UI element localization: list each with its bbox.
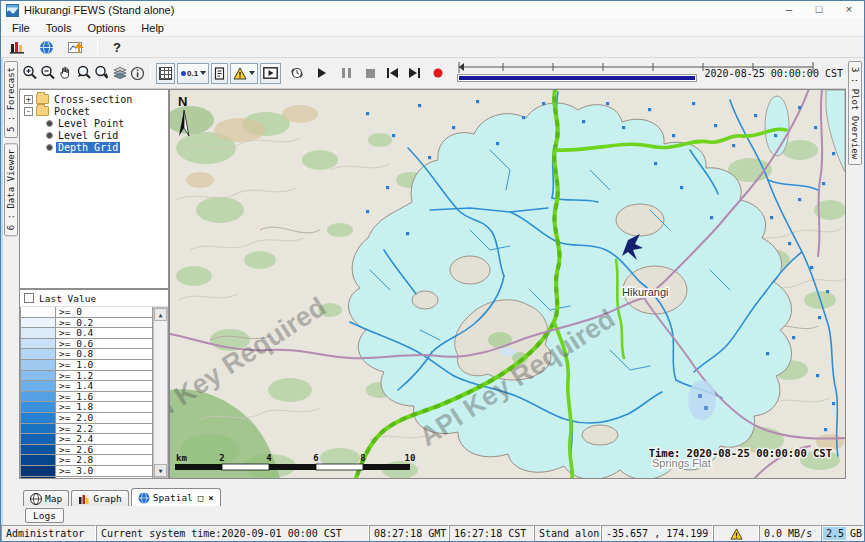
status-gmt-time: 08:27:18 GMT bbox=[369, 525, 449, 542]
left-dock-strip: 5 : Forecast 6 : Data Viewer bbox=[1, 58, 19, 525]
last-value-checkbox[interactable] bbox=[24, 293, 34, 303]
map-view[interactable]: API Key Required API Key Required N km 2… bbox=[169, 89, 846, 479]
skip-to-start-button[interactable] bbox=[385, 63, 399, 84]
tree-item-depth-grid[interactable]: Depth Grid bbox=[20, 141, 168, 153]
tab-close-icon[interactable]: × bbox=[208, 493, 213, 503]
svg-text:2: 2 bbox=[219, 453, 224, 463]
toolbar-separator bbox=[150, 65, 151, 81]
layers-icon[interactable] bbox=[112, 63, 128, 84]
status-coordinates: -35.657 , 174.199 bbox=[601, 525, 713, 542]
timeseries-display-icon[interactable] bbox=[65, 37, 86, 58]
classbreaks-dropdown[interactable]: 0.1 bbox=[177, 63, 209, 84]
status-local-time: 16:27:18 CST bbox=[449, 525, 534, 542]
menu-options[interactable]: Options bbox=[79, 21, 133, 35]
left-panel: + Cross-section - Pocket Level Point Lev… bbox=[19, 89, 169, 479]
legend-row[interactable]: >= 3.2 bbox=[20, 477, 153, 479]
play-button[interactable] bbox=[315, 63, 329, 84]
folder-icon bbox=[36, 106, 49, 116]
legend-body: >= 0 >= 0.2 >= 0.4 >= 0.6 >= 0.8 >= 1.0 … bbox=[20, 307, 168, 478]
main-toolbar: ? bbox=[1, 36, 864, 58]
bar-chart-icon bbox=[78, 493, 90, 505]
skip-to-end-button[interactable] bbox=[407, 63, 421, 84]
grid-display-button[interactable] bbox=[156, 63, 175, 84]
layers-tree: + Cross-section - Pocket Level Point Lev… bbox=[19, 89, 169, 289]
scroll-down-icon[interactable]: ▼ bbox=[154, 464, 167, 477]
menu-bar: File Tools Options Help bbox=[1, 19, 864, 36]
labels-button[interactable] bbox=[211, 63, 228, 84]
pause-button[interactable] bbox=[339, 63, 353, 84]
animate-window-button[interactable] bbox=[260, 63, 281, 84]
stop-button[interactable] bbox=[363, 63, 377, 84]
tab-plot-overview[interactable]: 3 : Plot Overview bbox=[848, 61, 862, 165]
application-window: { "window": { "title": "Hikurangi FEWS (… bbox=[0, 0, 865, 542]
close-button[interactable]: × bbox=[834, 1, 864, 19]
zoom-previous-icon[interactable] bbox=[76, 63, 92, 84]
tab-spatial[interactable]: Spatial □ × bbox=[131, 488, 221, 506]
status-transfer-rate: 0.0 MB/s bbox=[759, 525, 821, 542]
window-title: Hikurangi FEWS (Stand alone) bbox=[24, 4, 174, 16]
status-bar: Administrator Current system time:2020-0… bbox=[1, 525, 864, 542]
map-time-label: Time: 2020-08-25 00:00:00 CST bbox=[649, 447, 832, 459]
tab-map[interactable]: Map bbox=[23, 490, 69, 506]
svg-text:6: 6 bbox=[313, 453, 318, 463]
right-dock-strip: 3 : Plot Overview bbox=[846, 58, 865, 525]
node-bullet-icon bbox=[46, 120, 53, 127]
folder-icon bbox=[36, 94, 49, 104]
zoom-in-icon[interactable] bbox=[22, 63, 38, 84]
thresholds-dropdown[interactable] bbox=[230, 63, 258, 84]
status-system-time: Current system time:2020-09-01 00:00 CST bbox=[96, 525, 369, 542]
status-mode: Stand alone bbox=[534, 525, 601, 542]
map-canvas: API Key Required API Key Required N km 2… bbox=[170, 90, 845, 478]
logs-tab[interactable]: Logs bbox=[25, 508, 64, 523]
legend-panel: Last Value >= 0 >= 0.2 >= 0.4 >= 0.6 >= … bbox=[19, 289, 169, 479]
legend-rows: >= 0 >= 0.2 >= 0.4 >= 0.6 >= 0.8 >= 1.0 … bbox=[20, 307, 153, 478]
node-bullet-icon bbox=[46, 144, 53, 151]
tab-graph[interactable]: Graph bbox=[71, 490, 129, 506]
info-icon[interactable] bbox=[130, 63, 145, 84]
tab-restore-icon[interactable]: □ bbox=[198, 493, 203, 503]
zoom-out-icon[interactable] bbox=[40, 63, 56, 84]
node-bullet-icon bbox=[46, 132, 53, 139]
last-value-label: Last Value bbox=[39, 293, 96, 304]
main-content: + Cross-section - Pocket Level Point Lev… bbox=[19, 89, 846, 479]
legend-header: Last Value bbox=[20, 290, 168, 307]
expand-icon[interactable]: + bbox=[24, 95, 33, 104]
svg-text:km: km bbox=[176, 453, 187, 463]
bottom-tab-bar: Map Graph Spatial □ × bbox=[19, 488, 846, 506]
title-bar: Hikurangi FEWS (Stand alone) – □ × bbox=[1, 1, 864, 19]
tab-forecast[interactable]: 5 : Forecast bbox=[4, 61, 18, 138]
legend-scrollbar[interactable]: ▲ ▼ bbox=[153, 307, 168, 478]
globe-icon bbox=[30, 493, 42, 505]
globe-icon bbox=[138, 492, 150, 504]
scroll-up-icon[interactable]: ▲ bbox=[154, 308, 167, 321]
zoom-next-icon[interactable] bbox=[94, 63, 110, 84]
chevron-down-icon bbox=[249, 71, 255, 75]
globe-display-icon[interactable] bbox=[36, 37, 57, 58]
status-memory: 2.5 GB bbox=[821, 525, 864, 542]
maximize-button[interactable]: □ bbox=[804, 1, 834, 19]
minimize-button[interactable]: – bbox=[774, 1, 804, 19]
menu-help[interactable]: Help bbox=[133, 21, 172, 35]
tree-item-pocket[interactable]: - Pocket bbox=[20, 105, 168, 117]
warning-icon bbox=[730, 528, 743, 540]
animation-settings-icon[interactable] bbox=[289, 63, 305, 84]
status-user: Administrator bbox=[1, 525, 96, 542]
database-viewer-icon[interactable] bbox=[7, 37, 28, 58]
tab-data-viewer[interactable]: 6 : Data Viewer bbox=[4, 143, 18, 236]
map-toolbar: 0.1 2020-08- bbox=[19, 58, 846, 89]
svg-text:8: 8 bbox=[360, 453, 365, 463]
tree-item-level-grid[interactable]: Level Grid bbox=[20, 129, 168, 141]
svg-text:10: 10 bbox=[405, 453, 416, 463]
tree-item-level-point[interactable]: Level Point bbox=[20, 117, 168, 129]
help-button[interactable]: ? bbox=[109, 40, 125, 55]
status-warning[interactable] bbox=[713, 525, 759, 542]
collapse-icon[interactable]: - bbox=[24, 107, 33, 116]
time-slider-track bbox=[457, 74, 696, 82]
pan-hand-icon[interactable] bbox=[58, 63, 74, 84]
menu-tools[interactable]: Tools bbox=[38, 21, 80, 35]
time-slider[interactable] bbox=[457, 61, 696, 85]
app-logo-icon bbox=[6, 4, 19, 17]
menu-file[interactable]: File bbox=[4, 21, 38, 35]
record-button[interactable] bbox=[431, 63, 445, 84]
chevron-down-icon bbox=[200, 71, 206, 75]
